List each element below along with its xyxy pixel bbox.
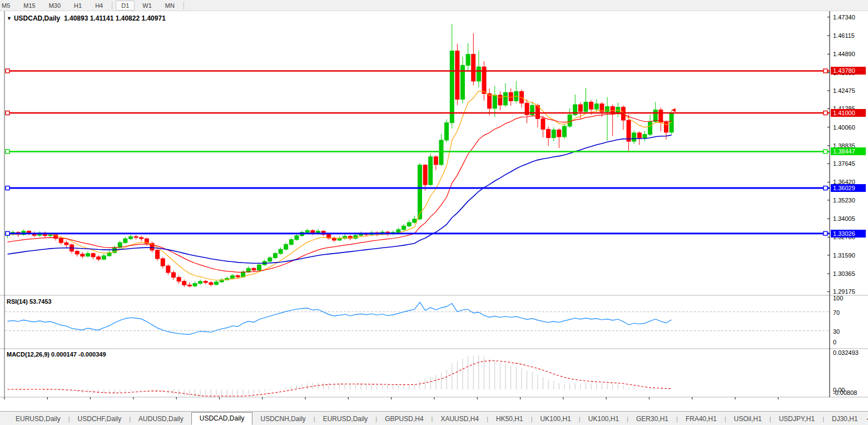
- price-axis-label: 1.47340: [833, 14, 855, 21]
- chart-tab-usdcnh-daily[interactable]: USDCNH,Daily: [252, 413, 313, 425]
- toolbar-separator: [183, 2, 184, 9]
- hline-drag-handle[interactable]: [824, 150, 827, 154]
- candle: [102, 256, 106, 259]
- candle: [182, 281, 186, 285]
- candle: [407, 223, 411, 226]
- hline-drag-handle[interactable]: [824, 111, 827, 115]
- chart-tab-eurusd-daily[interactable]: EURUSD,Daily: [8, 413, 68, 425]
- price-axis-label: 1.35230: [833, 197, 855, 204]
- chart-tab-hk50-h1[interactable]: HK50,H1: [488, 413, 531, 425]
- mt4-terminal: M5M15M30H1H4D1W1MN ▼USDCAD,Daily 1.40893…: [0, 0, 868, 425]
- chart-tab-ger30-h1[interactable]: GER30,H1: [628, 413, 676, 425]
- timeframe-button-m30[interactable]: M30: [43, 1, 66, 11]
- chart-tab-usdcad-daily[interactable]: USDCAD,Daily: [191, 412, 253, 425]
- hline-drag-handle[interactable]: [824, 231, 827, 235]
- candle: [128, 236, 132, 239]
- candle: [396, 230, 400, 233]
- hline-price-label[interactable]: 1.33026: [831, 230, 866, 238]
- chart-tab-gbpusd-h4[interactable]: GBPUSD,H4: [377, 413, 431, 425]
- hline-drag-handle[interactable]: [6, 231, 9, 235]
- chart-tab-usoil-h1[interactable]: USOil,H1: [726, 413, 770, 425]
- candle: [140, 238, 143, 239]
- hline-drag-handle[interactable]: [6, 150, 9, 154]
- candle: [86, 254, 90, 256]
- rsi-axis-label: 30: [833, 328, 840, 335]
- candle: [236, 275, 240, 276]
- chart-tab-dj30-h1[interactable]: DJ30,H1: [824, 413, 866, 425]
- chart-tab-xauusd-h4[interactable]: XAUUSD,H4: [433, 413, 487, 425]
- chart-tab-usdchf-daily[interactable]: USDCHF,Daily: [70, 413, 130, 425]
- candle: [434, 157, 438, 165]
- candle: [578, 105, 582, 111]
- candle: [274, 254, 277, 258]
- hline-price-label[interactable]: 1.41000: [831, 109, 866, 117]
- timeframe-button-h1[interactable]: H1: [68, 1, 87, 11]
- timeframe-button-mn[interactable]: MN: [160, 1, 180, 11]
- chart-tab-bar: EURUSD,Daily|USDCHF,Daily|AUDUSD,DailyUS…: [0, 411, 868, 425]
- candle: [584, 102, 588, 111]
- price-axis-label: 1.40060: [833, 124, 855, 131]
- candle: [215, 282, 219, 285]
- timeframe-button-h4[interactable]: H4: [90, 1, 108, 11]
- price-axis-label: 1.30365: [833, 270, 855, 277]
- hline-drag-handle[interactable]: [6, 69, 9, 73]
- candle: [289, 240, 293, 245]
- candle: [209, 283, 213, 285]
- tab-scroll-left-icon[interactable]: ◄: [866, 416, 868, 422]
- candle: [284, 244, 288, 249]
- chart-tab-uk100-h1[interactable]: UK100,H1: [533, 413, 579, 425]
- candle: [65, 243, 68, 245]
- timeframe-button-m5[interactable]: M5: [0, 1, 16, 11]
- hline-price-label[interactable]: 1.36029: [831, 184, 866, 192]
- candle: [606, 107, 609, 112]
- candle: [81, 254, 85, 256]
- candle: [557, 130, 561, 137]
- chart-tab-eurusd-daily[interactable]: EURUSD,Daily: [315, 413, 376, 425]
- candle: [413, 219, 416, 223]
- macd-axis-label: 0.032493: [833, 349, 859, 356]
- chart-tab-usdjpy-h1[interactable]: USDJPY,H1: [771, 413, 822, 425]
- hline-drag-handle[interactable]: [824, 186, 827, 190]
- candle: [493, 95, 497, 108]
- price-axis-label: 1.34005: [833, 215, 855, 222]
- candle: [279, 249, 282, 254]
- candle: [268, 258, 272, 261]
- candle: [648, 122, 652, 135]
- rsi-indicator-label: RSI(14) 53.7453: [7, 298, 52, 305]
- candle: [439, 140, 443, 165]
- hline-drag-handle[interactable]: [6, 111, 9, 115]
- candle: [541, 118, 545, 129]
- candle: [450, 51, 454, 123]
- macd-indicator-label: MACD(12,26,9) 0.000147 -0.000349: [7, 351, 106, 358]
- price-axis-label: 1.44890: [833, 51, 855, 57]
- hline-drag-handle[interactable]: [6, 186, 9, 190]
- candle: [423, 165, 427, 185]
- timeframe-button-d1[interactable]: D1: [116, 1, 135, 11]
- timeframe-button-w1[interactable]: W1: [137, 1, 157, 11]
- chart-tab-fra40-h1[interactable]: FRA40,H1: [678, 413, 725, 425]
- timeframe-toolbar: M5M15M30H1H4D1W1MN: [0, 0, 868, 11]
- candle: [477, 67, 480, 81]
- candle: [199, 281, 202, 284]
- chart-title: ▼USDCAD,Daily 1.40893 1.41141 1.40822 1.…: [7, 14, 166, 22]
- candle: [59, 239, 63, 243]
- candle: [594, 104, 598, 110]
- candle: [466, 55, 470, 66]
- hline-price-label[interactable]: 1.43780: [831, 67, 866, 75]
- candle: [166, 266, 170, 273]
- tab-scroll-arrows: ◄►: [866, 416, 868, 425]
- chart-tab-uk100-h1[interactable]: UK100,H1: [581, 413, 627, 425]
- candle: [445, 123, 449, 140]
- price-axis-label: 1.31590: [833, 252, 855, 259]
- hline-price-label[interactable]: 1.38447: [831, 147, 866, 155]
- candle: [637, 133, 641, 138]
- candle: [172, 273, 176, 278]
- chart-canvas[interactable]: [0, 11, 868, 411]
- timeframe-button-m15[interactable]: M15: [18, 1, 41, 11]
- macd-axis-label: -0.00808: [833, 389, 857, 396]
- chevron-down-icon[interactable]: ▼: [7, 16, 12, 21]
- candle: [632, 133, 636, 141]
- chart-tab-audusd-daily[interactable]: AUDUSD,Daily: [131, 413, 191, 425]
- candle: [418, 165, 422, 219]
- hline-drag-handle[interactable]: [824, 69, 827, 73]
